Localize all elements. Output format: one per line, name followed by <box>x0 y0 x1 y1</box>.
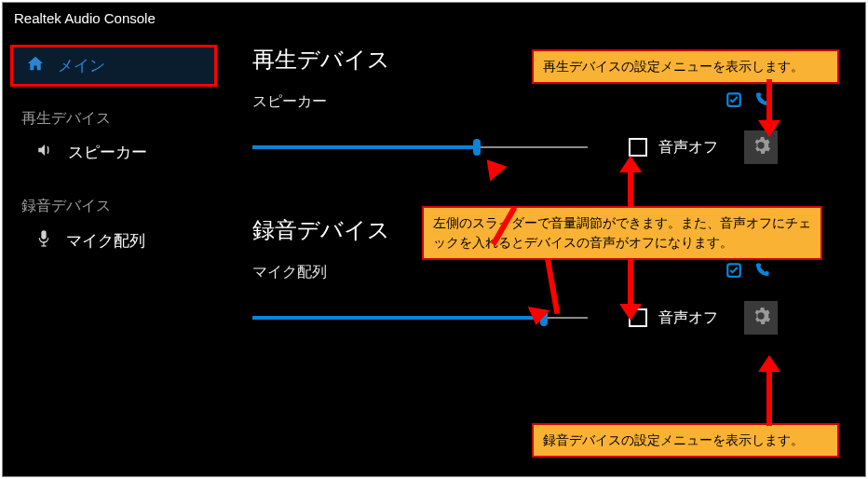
recording-device-row: マイク配列 <box>252 262 828 282</box>
sidebar-item-speaker[interactable]: スピーカー <box>3 132 224 172</box>
recording-mute-label: 音声オフ <box>658 308 718 328</box>
sidebar: メイン 再生デバイス スピーカー 録音デバイス マイク配列 <box>3 34 224 475</box>
annotation-arrow-head <box>758 355 780 372</box>
default-device-icon <box>726 91 742 112</box>
annotation-arrow <box>628 171 633 208</box>
recording-settings-button[interactable] <box>744 301 778 335</box>
callout-playback-gear: 再生デバイスの設定メニューを表示します。 <box>532 49 839 84</box>
svg-rect-0 <box>41 230 46 239</box>
app-title: Realtek Audio Console <box>14 10 156 26</box>
annotation-arrow-head <box>758 120 780 137</box>
sidebar-speaker-label: スピーカー <box>68 142 147 163</box>
playback-device-name: スピーカー <box>252 92 327 112</box>
playback-mute-label: 音声オフ <box>658 138 718 157</box>
slider-fill <box>252 145 477 149</box>
annotation-arrow <box>766 79 772 122</box>
playback-device-row: スピーカー <box>252 91 828 112</box>
annotation-arrow <box>628 259 633 306</box>
sidebar-main-label: メイン <box>58 55 105 76</box>
playback-mute-wrap: 音声オフ <box>629 138 718 157</box>
annotation-arrow-head <box>525 307 550 327</box>
annotation-arrow-head <box>619 156 642 172</box>
callout-recording-gear: 録音デバイスの設定メニューを表示します。 <box>532 423 839 458</box>
sidebar-group-playback: 再生デバイス <box>3 100 224 132</box>
default-device-icon <box>726 262 742 282</box>
slider-thumb[interactable] <box>473 139 481 156</box>
sidebar-mic-label: マイク配列 <box>66 230 145 252</box>
playback-volume-slider[interactable] <box>252 138 588 157</box>
playback-status-icons <box>726 91 770 112</box>
title-bar: Realtek Audio Console <box>3 3 865 34</box>
annotation-arrow-head <box>619 304 642 321</box>
playback-control-row: 音声オフ <box>252 130 828 164</box>
slider-fill <box>252 316 544 320</box>
home-icon <box>26 55 45 76</box>
callout-slider-help: 左側のスライダーで音量調節ができます。また、音声オフにチェックを入れるとデバイス… <box>422 206 822 260</box>
recording-mute-wrap: 音声オフ <box>629 308 718 328</box>
gear-icon <box>751 135 771 159</box>
app-window: Realtek Audio Console メイン 再生デバイス スピーカー 録… <box>2 2 866 477</box>
phone-icon <box>753 262 770 282</box>
sidebar-item-main[interactable]: メイン <box>10 45 217 87</box>
gear-icon <box>751 306 771 330</box>
speaker-icon <box>36 142 53 163</box>
recording-status-icons <box>726 262 770 282</box>
playback-mute-checkbox[interactable] <box>629 138 647 157</box>
sidebar-item-mic[interactable]: マイク配列 <box>3 220 224 262</box>
annotation-arrow <box>766 370 772 426</box>
mic-icon <box>36 229 51 253</box>
sidebar-group-recording: 録音デバイス <box>3 187 224 220</box>
recording-device-name: マイク配列 <box>252 263 327 282</box>
